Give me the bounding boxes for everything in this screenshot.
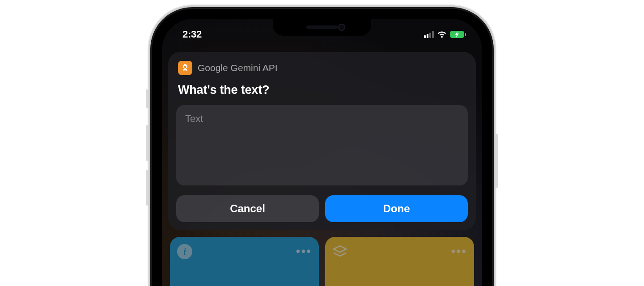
battery-icon bbox=[450, 31, 466, 38]
notch bbox=[273, 19, 371, 36]
svg-point-3 bbox=[184, 65, 187, 68]
layers-icon bbox=[332, 244, 347, 259]
background-card-yellow: ••• bbox=[325, 237, 474, 286]
done-button[interactable]: Done bbox=[325, 195, 468, 222]
info-icon: i bbox=[177, 244, 192, 259]
text-input[interactable] bbox=[176, 105, 468, 185]
wifi-icon bbox=[437, 31, 447, 38]
speaker-grille bbox=[306, 25, 338, 29]
more-icon: ••• bbox=[296, 245, 312, 257]
background-cards: i ••• ••• bbox=[170, 237, 474, 286]
background-card-blue: i ••• bbox=[170, 237, 319, 286]
dialog-button-row: Cancel Done bbox=[176, 195, 468, 222]
more-icon: ••• bbox=[451, 245, 467, 257]
power-button bbox=[496, 134, 498, 188]
status-indicators bbox=[424, 31, 468, 38]
front-camera bbox=[338, 24, 345, 31]
svg-marker-0 bbox=[334, 246, 346, 252]
charging-bolt-icon bbox=[455, 31, 459, 38]
dialog-header: Google Gemini API bbox=[176, 61, 468, 75]
cancel-button[interactable]: Cancel bbox=[176, 195, 319, 222]
text-prompt-dialog: Google Gemini API What's the text? Cance… bbox=[168, 52, 476, 230]
silence-switch bbox=[146, 89, 148, 108]
phone-frame: i ••• ••• 2:32 bbox=[152, 9, 492, 286]
shortcuts-app-icon bbox=[178, 61, 192, 75]
screen: i ••• ••• 2:32 bbox=[162, 19, 482, 286]
status-time: 2:32 bbox=[176, 29, 202, 40]
dialog-prompt-title: What's the text? bbox=[178, 83, 466, 97]
volume-up-button bbox=[146, 125, 148, 161]
volume-down-button bbox=[146, 170, 148, 206]
dialog-app-name: Google Gemini API bbox=[198, 63, 278, 73]
cellular-icon bbox=[424, 31, 434, 38]
